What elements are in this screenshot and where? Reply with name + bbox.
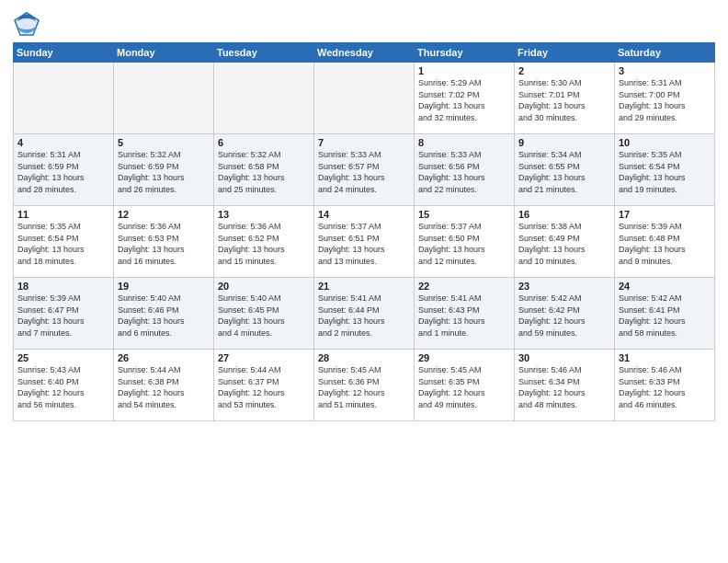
day-number: 22: [418, 281, 510, 292]
day-number: 21: [318, 281, 410, 292]
calendar-cell: 1Sunrise: 5:29 AMSunset: 7:02 PMDaylight…: [415, 63, 515, 134]
calendar-cell: 2Sunrise: 5:30 AMSunset: 7:01 PMDaylight…: [515, 63, 615, 134]
day-number: 3: [619, 65, 711, 76]
calendar-cell: 18Sunrise: 5:39 AMSunset: 6:47 PMDayligh…: [14, 278, 114, 350]
day-number: 6: [218, 137, 310, 148]
day-info: Sunrise: 5:46 AMSunset: 6:33 PMDaylight:…: [619, 364, 711, 410]
day-info: Sunrise: 5:33 AMSunset: 6:57 PMDaylight:…: [318, 149, 410, 195]
weekday-header-friday: Friday: [515, 43, 615, 63]
calendar-cell: 14Sunrise: 5:37 AMSunset: 6:51 PMDayligh…: [314, 206, 415, 278]
calendar-cell: 5Sunrise: 5:32 AMSunset: 6:59 PMDaylight…: [114, 134, 214, 206]
day-number: 14: [318, 209, 410, 220]
calendar-cell: [114, 63, 214, 134]
day-number: 19: [118, 281, 210, 292]
day-number: 30: [518, 352, 610, 363]
weekday-header-monday: Monday: [114, 43, 214, 63]
day-info: Sunrise: 5:40 AMSunset: 6:46 PMDaylight:…: [118, 293, 210, 339]
calendar-cell: 29Sunrise: 5:45 AMSunset: 6:35 PMDayligh…: [415, 350, 515, 421]
calendar-table: SundayMondayTuesdayWednesdayThursdayFrid…: [13, 42, 715, 421]
day-info: Sunrise: 5:40 AMSunset: 6:45 PMDaylight:…: [218, 293, 310, 339]
day-info: Sunrise: 5:42 AMSunset: 6:42 PMDaylight:…: [518, 293, 610, 339]
calendar-cell: 15Sunrise: 5:37 AMSunset: 6:50 PMDayligh…: [415, 206, 515, 278]
weekday-header-sunday: Sunday: [14, 43, 114, 63]
calendar-cell: [214, 63, 314, 134]
day-number: 28: [318, 352, 410, 363]
calendar-cell: 17Sunrise: 5:39 AMSunset: 6:48 PMDayligh…: [615, 206, 715, 278]
page-container: SundayMondayTuesdayWednesdayThursdayFrid…: [0, 0, 728, 563]
day-info: Sunrise: 5:30 AMSunset: 7:01 PMDaylight:…: [518, 77, 610, 123]
day-info: Sunrise: 5:44 AMSunset: 6:38 PMDaylight:…: [118, 364, 210, 410]
calendar-cell: 27Sunrise: 5:44 AMSunset: 6:37 PMDayligh…: [214, 350, 314, 421]
weekday-header-saturday: Saturday: [615, 43, 715, 63]
day-number: 2: [518, 65, 610, 76]
day-number: 29: [418, 352, 510, 363]
calendar-week-4: 18Sunrise: 5:39 AMSunset: 6:47 PMDayligh…: [14, 278, 715, 350]
calendar-cell: 23Sunrise: 5:42 AMSunset: 6:42 PMDayligh…: [515, 278, 615, 350]
calendar-week-1: 1Sunrise: 5:29 AMSunset: 7:02 PMDaylight…: [14, 63, 715, 134]
day-number: 10: [619, 137, 711, 148]
day-number: 4: [17, 137, 109, 148]
day-info: Sunrise: 5:37 AMSunset: 6:51 PMDaylight:…: [318, 221, 410, 267]
day-info: Sunrise: 5:37 AMSunset: 6:50 PMDaylight:…: [418, 221, 510, 267]
calendar-cell: 26Sunrise: 5:44 AMSunset: 6:38 PMDayligh…: [114, 350, 214, 421]
day-info: Sunrise: 5:41 AMSunset: 6:43 PMDaylight:…: [418, 293, 510, 339]
day-number: 20: [218, 281, 310, 292]
day-number: 16: [518, 209, 610, 220]
calendar-cell: 4Sunrise: 5:31 AMSunset: 6:59 PMDaylight…: [14, 134, 114, 206]
day-info: Sunrise: 5:32 AMSunset: 6:58 PMDaylight:…: [218, 149, 310, 195]
day-info: Sunrise: 5:31 AMSunset: 7:00 PMDaylight:…: [619, 77, 711, 123]
weekday-header-tuesday: Tuesday: [214, 43, 314, 63]
calendar-cell: 8Sunrise: 5:33 AMSunset: 6:56 PMDaylight…: [415, 134, 515, 206]
calendar-cell: 12Sunrise: 5:36 AMSunset: 6:53 PMDayligh…: [114, 206, 214, 278]
day-number: 9: [518, 137, 610, 148]
logo-icon: [13, 11, 40, 37]
header: [13, 11, 715, 37]
day-info: Sunrise: 5:43 AMSunset: 6:40 PMDaylight:…: [17, 364, 109, 410]
day-number: 1: [418, 65, 510, 76]
calendar-cell: 30Sunrise: 5:46 AMSunset: 6:34 PMDayligh…: [515, 350, 615, 421]
day-info: Sunrise: 5:39 AMSunset: 6:48 PMDaylight:…: [619, 221, 711, 267]
calendar-cell: 6Sunrise: 5:32 AMSunset: 6:58 PMDaylight…: [214, 134, 314, 206]
calendar-cell: 25Sunrise: 5:43 AMSunset: 6:40 PMDayligh…: [14, 350, 114, 421]
day-number: 8: [418, 137, 510, 148]
day-info: Sunrise: 5:31 AMSunset: 6:59 PMDaylight:…: [17, 149, 109, 195]
day-info: Sunrise: 5:32 AMSunset: 6:59 PMDaylight:…: [118, 149, 210, 195]
calendar-cell: 11Sunrise: 5:35 AMSunset: 6:54 PMDayligh…: [14, 206, 114, 278]
calendar-cell: [14, 63, 114, 134]
day-info: Sunrise: 5:45 AMSunset: 6:36 PMDaylight:…: [318, 364, 410, 410]
day-number: 5: [118, 137, 210, 148]
calendar-week-2: 4Sunrise: 5:31 AMSunset: 6:59 PMDaylight…: [14, 134, 715, 206]
day-number: 26: [118, 352, 210, 363]
calendar-cell: 20Sunrise: 5:40 AMSunset: 6:45 PMDayligh…: [214, 278, 314, 350]
calendar-cell: 31Sunrise: 5:46 AMSunset: 6:33 PMDayligh…: [615, 350, 715, 421]
calendar-cell: 9Sunrise: 5:34 AMSunset: 6:55 PMDaylight…: [515, 134, 615, 206]
day-number: 15: [418, 209, 510, 220]
day-info: Sunrise: 5:35 AMSunset: 6:54 PMDaylight:…: [619, 149, 711, 195]
calendar-week-3: 11Sunrise: 5:35 AMSunset: 6:54 PMDayligh…: [14, 206, 715, 278]
calendar-cell: [314, 63, 415, 134]
calendar-cell: 13Sunrise: 5:36 AMSunset: 6:52 PMDayligh…: [214, 206, 314, 278]
calendar-cell: 7Sunrise: 5:33 AMSunset: 6:57 PMDaylight…: [314, 134, 415, 206]
day-info: Sunrise: 5:42 AMSunset: 6:41 PMDaylight:…: [619, 293, 711, 339]
day-number: 7: [318, 137, 410, 148]
day-info: Sunrise: 5:36 AMSunset: 6:53 PMDaylight:…: [118, 221, 210, 267]
day-number: 12: [118, 209, 210, 220]
calendar-cell: 16Sunrise: 5:38 AMSunset: 6:49 PMDayligh…: [515, 206, 615, 278]
day-info: Sunrise: 5:44 AMSunset: 6:37 PMDaylight:…: [218, 364, 310, 410]
calendar-cell: 24Sunrise: 5:42 AMSunset: 6:41 PMDayligh…: [615, 278, 715, 350]
calendar-cell: 22Sunrise: 5:41 AMSunset: 6:43 PMDayligh…: [415, 278, 515, 350]
day-info: Sunrise: 5:45 AMSunset: 6:35 PMDaylight:…: [418, 364, 510, 410]
day-number: 17: [619, 209, 711, 220]
logo: [13, 11, 44, 37]
day-number: 18: [17, 281, 109, 292]
calendar-cell: 19Sunrise: 5:40 AMSunset: 6:46 PMDayligh…: [114, 278, 214, 350]
day-info: Sunrise: 5:41 AMSunset: 6:44 PMDaylight:…: [318, 293, 410, 339]
day-number: 25: [17, 352, 109, 363]
day-info: Sunrise: 5:35 AMSunset: 6:54 PMDaylight:…: [17, 221, 109, 267]
day-info: Sunrise: 5:33 AMSunset: 6:56 PMDaylight:…: [418, 149, 510, 195]
calendar-cell: 10Sunrise: 5:35 AMSunset: 6:54 PMDayligh…: [615, 134, 715, 206]
day-number: 23: [518, 281, 610, 292]
calendar-week-5: 25Sunrise: 5:43 AMSunset: 6:40 PMDayligh…: [14, 350, 715, 421]
calendar-header-row: SundayMondayTuesdayWednesdayThursdayFrid…: [14, 43, 715, 63]
calendar-cell: 3Sunrise: 5:31 AMSunset: 7:00 PMDaylight…: [615, 63, 715, 134]
